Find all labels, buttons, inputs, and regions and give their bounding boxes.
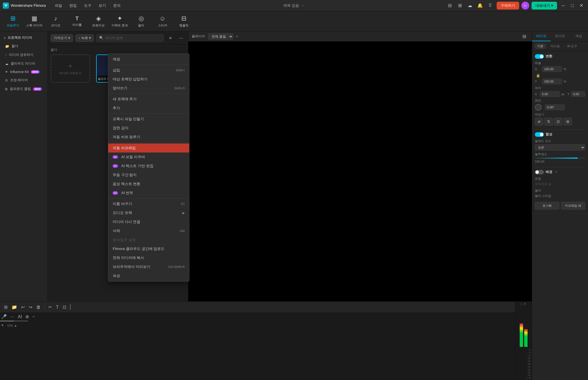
ctx-delete[interactable]: 삭제 Del <box>108 226 189 235</box>
ctx-upload-cloud[interactable]: Filmora 클라우드 공간에 업로드 <box>108 244 189 253</box>
menu-help[interactable]: 문의 <box>110 2 124 9</box>
filter-media-btn[interactable]: ≡ <box>166 34 175 42</box>
menu-view[interactable]: 보기 <box>95 2 109 9</box>
tl-zoom-out-btn[interactable]: − <box>31 313 36 320</box>
tl-text-btn[interactable]: T <box>55 304 60 311</box>
tl-record-audio-btn[interactable]: 🎤 <box>0 313 8 320</box>
composite-toggle[interactable] <box>535 132 544 137</box>
transform-toggle[interactable] <box>535 54 544 59</box>
toolbar-template[interactable]: ⊟ 템플릿 <box>174 13 194 30</box>
blend-select[interactable]: 표준 <box>535 144 585 151</box>
ctx-add[interactable]: 추가 <box>108 104 189 113</box>
pos-y-input[interactable] <box>571 91 585 97</box>
purchase-button[interactable]: 구매하기 <box>497 2 519 10</box>
menu-file[interactable]: 파일 <box>51 2 65 9</box>
toolbar-transition[interactable]: ◈ 트랜지션 <box>88 13 108 30</box>
devices-btn[interactable]: ⊞ <box>456 1 464 10</box>
pos-x-input[interactable] <box>540 91 560 97</box>
ctx-ai-text-edit[interactable]: AI AI 텍스트 기반 편집 <box>108 161 189 170</box>
toolbar-filter[interactable]: ◎ 필터 <box>131 13 151 30</box>
tl-delete-btn[interactable]: 🗑 <box>35 304 42 311</box>
tl-zoom-in-btn[interactable]: + <box>0 322 5 329</box>
keyframe-button[interactable]: 키프레임 페 <box>561 202 585 210</box>
menu-tools[interactable]: 도구 <box>81 2 95 9</box>
tab-video[interactable]: 비디오 <box>532 31 551 41</box>
toolbar-effects[interactable]: ✦ 이팩트 효과 <box>110 13 130 30</box>
ctx-browser-preview[interactable]: 브라우저에서 미리보기 Ctrl+Shift+R <box>108 262 189 271</box>
sidebar-item-folder[interactable]: 📁 폴더 <box>1 42 46 51</box>
ctx-rename[interactable]: 이름 바꾸기 F2 <box>108 199 189 208</box>
import-dropdown[interactable]: 가져오기 ▾ <box>51 34 73 42</box>
ctx-play[interactable]: 재생 <box>108 55 189 64</box>
maximize-button[interactable]: □ <box>568 2 576 10</box>
rotation-dial[interactable] <box>535 104 542 111</box>
ctx-overwrite[interactable]: 덮어쓰기 Shift+O <box>108 84 189 93</box>
ctx-auto-beat[interactable]: 자동 비트 맞추기 <box>108 133 189 142</box>
init-button[interactable]: 초기화 <box>535 202 559 210</box>
tl-new-folder-btn[interactable]: ⊞ <box>3 303 9 311</box>
minimize-button[interactable]: ─ <box>559 2 567 10</box>
sidebar-item-cloud-media[interactable]: ☁ 클라우드 미디어 <box>1 59 46 68</box>
ctx-media-reconnect[interactable]: 미디어 다시 연결 <box>108 217 189 226</box>
tl-detach-audio-btn[interactable]: ⋯ <box>9 313 16 320</box>
notify-btn[interactable]: 🔔 <box>476 1 484 10</box>
tab-audio[interactable]: 오디오 <box>551 31 569 41</box>
subtab-ai-tools[interactable]: AI 도구 <box>564 43 580 49</box>
flip-btn3[interactable]: ⊡ <box>554 118 562 126</box>
export-button[interactable]: 내보내기 ▾ <box>532 2 557 10</box>
subtab-basic[interactable]: 기본 <box>534 43 546 49</box>
ctx-properties[interactable]: 속성 <box>108 271 189 280</box>
tab-color[interactable]: 색상 <box>569 31 588 41</box>
tl-snap-btn[interactable]: ⊕ <box>24 313 30 320</box>
sidebar-item-share-media[interactable]: ↑ 미디어 공유하기 <box>1 51 46 59</box>
ctx-silence-detect[interactable]: 무음 구간 탐지 <box>108 170 189 179</box>
ctx-add-new-track[interactable]: 새 트랙에 추가 <box>108 95 189 104</box>
media-add-button[interactable]: + 미디어 가져오기 <box>51 54 90 83</box>
quality-select[interactable]: 전체 품질 <box>208 33 233 40</box>
ctx-copy-media[interactable]: 전체 미디어에 복사 <box>108 253 189 262</box>
ctx-scene-detect[interactable]: 장면 감지 <box>108 124 189 133</box>
scale-y-input[interactable] <box>542 79 562 84</box>
ctx-insert[interactable]: 삽입 Shift+I <box>108 66 189 75</box>
sidebar-item-influence-kit[interactable]: ✦ Influence Kit NEW <box>1 68 46 76</box>
toolbar-stock-media[interactable]: ▦ 스톡 미디어 <box>24 13 44 30</box>
flip-v-btn[interactable]: ⇅ <box>544 118 553 126</box>
background-toggle[interactable] <box>535 170 544 174</box>
screen-btn[interactable]: ⊟ <box>445 1 454 10</box>
subtab-masking[interactable]: 마스킹 <box>548 43 563 49</box>
ctx-insert-track-only[interactable]: 대상 트랙만 삽입하기 <box>108 75 189 84</box>
rotation-input[interactable] <box>545 104 565 110</box>
apps-btn[interactable]: ⠿ <box>486 1 494 10</box>
avatar[interactable]: U <box>521 2 529 10</box>
ctx-auto-reframe[interactable]: 자동 리프레임 <box>108 144 189 153</box>
ctx-speech-text[interactable]: 음성 텍스트 변환 <box>108 179 189 188</box>
toolbar-titles[interactable]: T 타이틀 <box>67 13 87 30</box>
toolbar-file-add[interactable]: ⊞ 파일추가 <box>3 13 23 30</box>
cloud-btn[interactable]: ☁ <box>466 1 474 10</box>
more-media-btn[interactable]: ⋯ <box>177 34 185 42</box>
sidebar-item-adjustment-layer[interactable]: ⊙ 조정 레이어 <box>1 76 46 85</box>
tl-redo-btn[interactable]: ↪ <box>28 303 33 311</box>
flip-h-btn[interactable]: ⇄ <box>535 118 543 126</box>
ctx-audio-track[interactable]: 오디오 트랙 ▶ <box>108 208 189 217</box>
ctx-proxy-file[interactable]: 프록시 파일 만들기 <box>108 115 189 124</box>
tl-ai-btn[interactable]: AI <box>17 313 23 320</box>
tl-split-btn[interactable]: ✂ <box>47 303 53 311</box>
flip-btn4[interactable]: ⊞ <box>564 118 572 126</box>
help-icon[interactable]: ? <box>555 170 557 174</box>
opacity-slider[interactable] <box>535 158 585 159</box>
record-dropdown[interactable]: ● 녹화 ▾ <box>75 34 94 42</box>
sidebar-item-compound-clip[interactable]: ⧉ 컴파운드 클립 NEW <box>1 85 46 93</box>
preview-screen-icon[interactable]: ⊟ <box>520 32 528 41</box>
tl-zoom-slider[interactable] <box>0 320 28 322</box>
tl-folder-btn[interactable]: 📁 <box>10 303 18 311</box>
close-button[interactable]: ✕ <box>577 2 585 10</box>
tl-undo-btn[interactable]: ↩ <box>20 303 26 311</box>
toolbar-sticker[interactable]: ☺ 스티커 <box>152 13 173 30</box>
toolbar-audio[interactable]: ♪ 오디오 <box>46 13 66 30</box>
scale-x-input[interactable] <box>542 66 562 72</box>
menu-edit[interactable]: 편집 <box>66 2 80 9</box>
ctx-ai-vocal[interactable]: AI AI 보컬 리무버 <box>108 153 189 161</box>
tl-crop-btn[interactable]: ⊡ <box>62 303 67 311</box>
ctx-ai-translate[interactable]: AI AI 번역 <box>108 188 189 197</box>
